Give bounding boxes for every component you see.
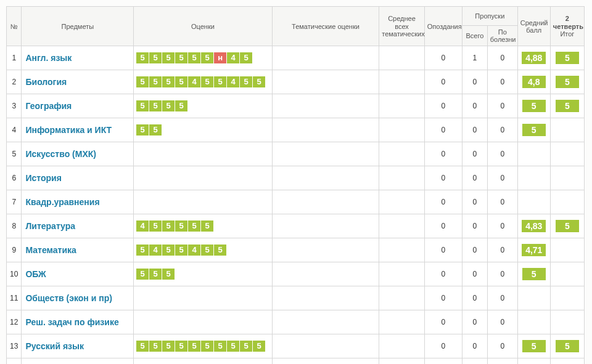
avg-score-cell: 4,83 [517, 214, 550, 238]
subject-cell: Технология [22, 358, 134, 364]
grade-box: 5 [201, 245, 213, 256]
row-number: 4 [7, 118, 22, 142]
lates-cell: 0 [424, 358, 462, 364]
header-abs-illness: Поболезни [487, 26, 517, 46]
avg-score-cell [517, 166, 550, 190]
avg-score-cell [517, 310, 550, 334]
subject-link[interactable]: Математика [25, 245, 76, 255]
grades-cell: 5н45 [134, 358, 273, 364]
itog-cell [550, 310, 584, 334]
avg-thematic-cell [379, 238, 424, 262]
grade-box: 5 [214, 245, 226, 256]
abs-ill-cell: 0 [487, 94, 517, 118]
subject-link[interactable]: ОБЖ [25, 269, 46, 279]
subject-cell: Искусство (МХК) [22, 142, 134, 166]
thematic-cell [272, 142, 379, 166]
grade-box: 5 [136, 124, 149, 135]
grade-box: 5 [149, 269, 162, 280]
abs-total-cell: 0 [462, 94, 487, 118]
abs-ill-cell: 0 [487, 190, 517, 214]
abs-ill-cell: 0 [487, 310, 517, 334]
itog-cell [550, 190, 584, 214]
grade-box: 5 [149, 76, 162, 87]
grade-box: 4 [227, 76, 239, 87]
subject-link[interactable]: Биология [25, 77, 67, 87]
grade-box: 4 [149, 245, 162, 256]
avg-thematic-cell [379, 214, 424, 238]
avg-score-cell: 5 [517, 334, 550, 358]
subject-link[interactable]: Литература [25, 221, 75, 231]
grades-cell [134, 190, 273, 214]
subject-link[interactable]: География [25, 101, 72, 111]
grade-box: 4 [188, 76, 200, 87]
grades-cell: 5555 [134, 94, 273, 118]
abs-ill-cell: 0 [487, 142, 517, 166]
abs-ill-cell: 0 [487, 238, 517, 262]
grades-cell: 5555455455 [134, 70, 273, 94]
grade-box: 5 [175, 76, 187, 87]
header-abs-total: Всего [462, 26, 487, 46]
subject-cell: Литература [22, 214, 134, 238]
grade-box: 5 [188, 52, 200, 63]
abs-ill-cell: 0 [487, 70, 517, 94]
grades-table: № Предметы Оценки Тематические оценки Ср… [6, 6, 585, 364]
abs-total-cell: 1 [462, 46, 487, 70]
grades-cell: 455555 [134, 214, 273, 238]
avg-score-cell [517, 286, 550, 310]
grade-box: 5 [240, 52, 252, 63]
table-row: 10ОБЖ5550005 [7, 262, 585, 286]
avg-score-cell: 4,88 [517, 46, 550, 70]
avg-score-cell: 4,71 [517, 238, 550, 262]
subject-link[interactable]: Квадр.уравнения [25, 197, 99, 207]
grade-box: 5 [253, 76, 265, 87]
row-number: 6 [7, 166, 22, 190]
thematic-cell [272, 262, 379, 286]
grade-box: 5 [136, 76, 149, 87]
itog-cell [550, 166, 584, 190]
grade-box: 5 [162, 269, 175, 280]
lates-cell: 0 [424, 310, 462, 334]
subject-link[interactable]: Русский язык [25, 341, 84, 351]
subject-link[interactable]: Информатика и ИКТ [25, 125, 112, 135]
itog-box: 5 [556, 76, 579, 88]
abs-ill-cell: 0 [487, 46, 517, 70]
subject-cell: Квадр.уравнения [22, 190, 134, 214]
lates-cell: 0 [424, 214, 462, 238]
grades-cell [134, 142, 273, 166]
subject-link[interactable]: Реш. задач по физике [25, 317, 118, 327]
grades-cell: 5555555555 [134, 334, 273, 358]
subject-cell: Биология [22, 70, 134, 94]
grade-box: 5 [136, 245, 149, 256]
table-row: 13Русский язык555555555500055 [7, 334, 585, 358]
thematic-cell [272, 334, 379, 358]
row-number: 5 [7, 142, 22, 166]
grade-box: 5 [162, 341, 175, 352]
grade-box: 5 [149, 341, 162, 352]
thematic-cell [272, 214, 379, 238]
row-number: 14 [7, 358, 22, 364]
subject-cell: Обществ (экон и пр) [22, 286, 134, 310]
abs-ill-cell: 0 [487, 262, 517, 286]
grade-box: 4 [188, 245, 200, 256]
itog-cell [550, 238, 584, 262]
itog-box: 5 [556, 100, 579, 112]
grade-box: 5 [175, 100, 187, 111]
grade-box: 5 [149, 124, 162, 135]
header-absences: Пропуски [462, 7, 517, 26]
grade-box: 5 [227, 341, 239, 352]
abs-total-cell: 0 [462, 166, 487, 190]
subject-link[interactable]: Англ. язык [25, 53, 72, 63]
header-thematic: Тематические оценки [272, 7, 379, 46]
subject-link[interactable]: Искусство (МХК) [25, 149, 96, 159]
subject-link[interactable]: Обществ (экон и пр) [25, 293, 112, 303]
abs-total-cell: 0 [462, 190, 487, 214]
grade-box: 4 [136, 220, 149, 232]
abs-ill-cell: 0 [487, 358, 517, 364]
subject-cell: Русский язык [22, 334, 134, 358]
table-row: 6История000 [7, 166, 585, 190]
subject-link[interactable]: История [25, 173, 61, 183]
itog-cell [550, 142, 584, 166]
thematic-cell [272, 238, 379, 262]
grade-box: 5 [149, 220, 162, 232]
abs-ill-cell: 0 [487, 118, 517, 142]
